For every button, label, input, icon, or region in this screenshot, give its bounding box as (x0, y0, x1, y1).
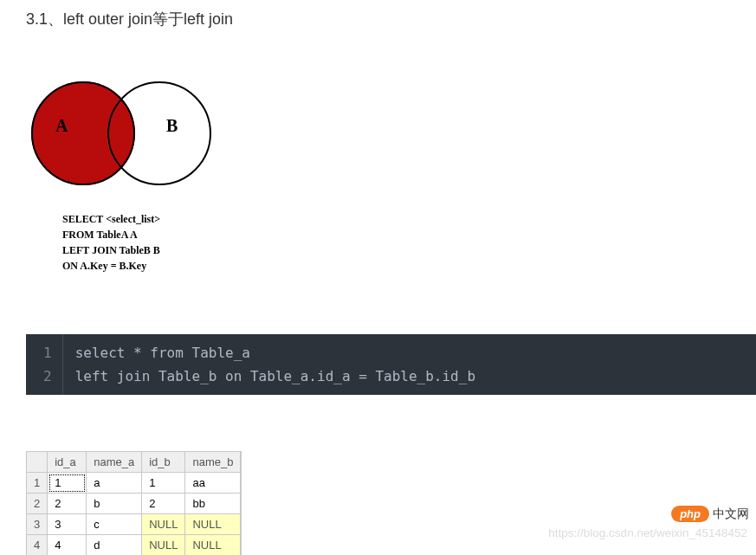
cell-id-b: NULL (142, 535, 185, 555)
venn-diagram: A B SELECT <select_list> FROM TableA A L… (28, 73, 218, 274)
cell-name-a: c (87, 514, 142, 535)
cell-name-a: a (87, 473, 142, 494)
table-row: 11a1aa (27, 473, 241, 494)
venn-sql-text: SELECT <select_list> FROM TableA A LEFT … (62, 211, 218, 274)
logo-pill: php (671, 506, 709, 522)
col-header: name_a (87, 452, 142, 473)
line-number: 2 (43, 365, 52, 388)
cell-id-b: 2 (142, 494, 185, 514)
code-block: 1 2 select * from Table_a left join Tabl… (26, 334, 756, 395)
cell-id-a: 2 (48, 494, 87, 514)
table-row: 22b2bb (27, 494, 241, 514)
row-number: 1 (27, 473, 48, 494)
circle-a (31, 81, 135, 185)
col-header: name_b (185, 452, 241, 473)
row-number: 3 (27, 514, 48, 535)
cell-name-b: bb (185, 494, 241, 514)
site-logo: php 中文网 (671, 506, 749, 522)
table-corner (27, 452, 48, 473)
sql-line: FROM TableA A (62, 227, 218, 242)
col-header: id_b (142, 452, 185, 473)
code-gutter: 1 2 (26, 334, 63, 395)
code-line: left join Table_b on Table_a.id_a = Tabl… (75, 365, 744, 388)
code-line: select * from Table_a (75, 341, 744, 365)
cell-name-b: NULL (185, 514, 241, 535)
cell-name-b: aa (185, 473, 241, 494)
table-row: 44dNULLNULL (27, 535, 241, 555)
label-b: B (166, 116, 178, 136)
cell-name-a: d (87, 535, 142, 555)
code-content: select * from Table_a left join Table_b … (63, 334, 756, 395)
cell-id-b: 1 (142, 473, 185, 494)
table-row: 33cNULLNULL (27, 514, 241, 535)
section-heading: 3.1、left outer join等于left join (26, 9, 756, 29)
sql-line: LEFT JOIN TableB B (62, 242, 218, 258)
line-number: 1 (43, 341, 52, 365)
row-number: 4 (27, 535, 48, 555)
cell-id-a: 4 (48, 535, 87, 555)
cell-name-b: NULL (185, 535, 241, 555)
row-number: 2 (27, 494, 48, 514)
logo-text: 中文网 (713, 507, 749, 522)
cell-id-a: 3 (48, 514, 87, 535)
cell-id-b: NULL (142, 514, 185, 535)
result-table: id_a name_a id_b name_b 11a1aa22b2bb33cN… (26, 451, 241, 555)
watermark: https://blog.csdn.net/weixin_45148452 (548, 526, 747, 539)
col-header: id_a (48, 452, 87, 473)
cell-id-a: 1 (48, 473, 87, 494)
sql-line: ON A.Key = B.Key (62, 258, 218, 274)
cell-name-a: b (87, 494, 142, 514)
